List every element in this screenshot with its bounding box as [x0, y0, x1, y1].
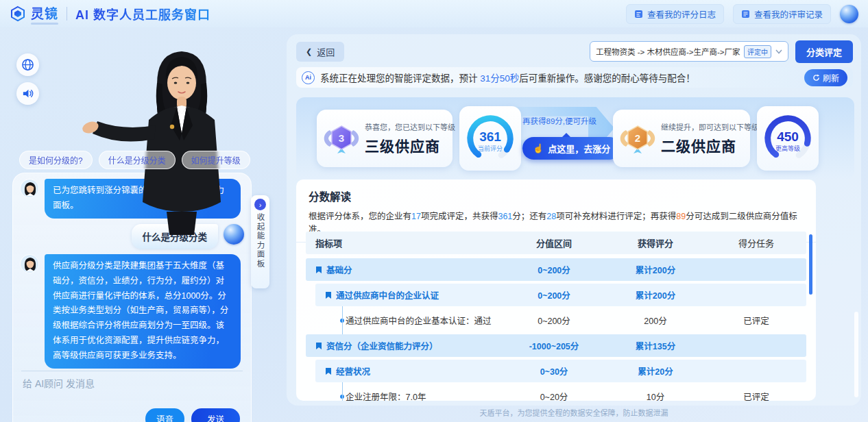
status-badge: 评定中 — [744, 45, 771, 58]
table-scrollbar[interactable] — [809, 234, 812, 295]
medal-level3-icon: 3 — [321, 118, 362, 159]
logo-text: 灵镜 — [31, 3, 58, 22]
review-record-label: 查看我的评审记录 — [754, 8, 823, 21]
back-label: 返回 — [317, 45, 335, 58]
logo-tagline — [31, 23, 58, 25]
review-record-button[interactable]: 查看我的评审记录 — [733, 4, 831, 24]
back-button[interactable]: ❮ 返回 — [296, 42, 344, 62]
chevron-right-icon: › — [254, 199, 266, 210]
collapse-panel-tab[interactable]: › 收起能力面板 — [251, 195, 269, 288]
bookmark-icon — [315, 342, 322, 350]
sound-button[interactable] — [16, 82, 39, 105]
rating-workspace: ❮ 返回 工程物资类 -> 木材供应商->生产商->厂家（含品牌… 评定中 分类… — [287, 34, 861, 406]
table-row[interactable]: 经营状况 0~30分 累计20分 — [315, 360, 806, 382]
pointer-hand-icon: ☝ — [533, 143, 544, 153]
assistant-face-icon — [21, 179, 39, 198]
refresh-button[interactable]: 刷新 — [804, 69, 847, 86]
voice-button[interactable]: 语音 — [145, 408, 184, 422]
table-row[interactable]: 通过供应商中台的企业认证 0~200分 累计200分 — [315, 284, 806, 306]
svg-text:3: 3 — [339, 132, 344, 144]
table-row: 通过供应商中台的企业基本认证：通过 0~200分 200分 已评定 — [306, 309, 806, 332]
classify-rating-button[interactable]: 分类评定 — [795, 40, 853, 63]
message-ai-2: 供应商分级分类是陕建集团基于五大维度（基础分，资信分，业绩分，行为分，履约分）对… — [20, 254, 244, 369]
assistant-section: 是如何分级的? 什么是分级分类 如何提升等级 已为您跳转到涨分锦囊的界面，请看右… — [0, 27, 281, 422]
review-record-icon — [741, 10, 750, 18]
table-row[interactable]: 基础分 0~200分 累计200分 — [306, 258, 806, 281]
ai-badge-icon: Ai — [302, 71, 315, 84]
chevron-down-icon — [775, 49, 782, 54]
collapse-panel-label: 收起能力面板 — [255, 213, 266, 269]
table-header: 指标项 分值区间 获得评分 得分任务 — [306, 232, 806, 254]
next-score-label: 更高等级 — [761, 144, 815, 153]
send-button[interactable]: 发送 — [191, 408, 240, 422]
current-score-value: 361 — [463, 129, 517, 145]
chip-what-is-grading[interactable]: 什么是分级分类 — [99, 151, 176, 169]
next-score-value: 450 — [761, 129, 815, 145]
upgrade-hint: 再获得89分,便可升级 — [522, 115, 596, 126]
logo-icon — [10, 5, 26, 22]
refresh-icon — [812, 74, 820, 82]
score-log-icon — [634, 10, 643, 18]
refresh-label: 刷新 — [823, 72, 839, 84]
ai-message-bubble-long: 供应商分级分类是陕建集团基于五大维度（基础分，资信分，业绩分，行为分，履约分）对… — [45, 254, 241, 369]
globe-icon — [21, 58, 34, 71]
processing-notice: Ai 系统正在处理您的智能评定数据，预计 31分50秒后可重新操作。感谢您的耐心… — [296, 67, 853, 88]
current-level-name: 三级供应商 — [365, 135, 455, 156]
medal-level2-icon: 2 — [617, 118, 658, 159]
table-row[interactable]: 资信分（企业资信能力评分） -1000~205分 累计135分 — [306, 334, 806, 357]
notice-text: 系统正在处理您的智能评定数据，预计 31分50秒后可重新操作。感谢您的耐心等待与… — [320, 71, 695, 84]
bookmark-icon — [325, 291, 332, 299]
category-path: 工程物资类 -> 木材供应商->生产商->厂家（含品牌… — [596, 46, 741, 57]
table-row: 企业注册年限：7.0年 0~20分 10分 已评定 — [306, 385, 806, 401]
toolbar: ❮ 返回 工程物资类 -> 木材供应商->生产商->厂家（含品牌… 评定中 分类… — [296, 41, 853, 62]
panel-scrollbar[interactable] — [854, 312, 858, 397]
score-table: 指标项 分值区间 获得评分 得分任务 基础分 0~200分 累计200分 通过供… — [296, 232, 816, 401]
chip-how-to-upgrade[interactable]: 如何提升等级 — [182, 151, 250, 169]
bookmark-icon — [315, 266, 322, 274]
level-cards-band: 3 恭喜您，您已达到以下等级 三级供应商 361 当前评分 再获得89分,便可升… — [296, 97, 854, 179]
current-level-caption: 恭喜您，您已达到以下等级 — [365, 121, 455, 132]
boost-score-button[interactable]: ☝ 点这里，去涨分 — [522, 137, 620, 160]
header-divider — [67, 7, 67, 21]
back-chevron-icon: ❮ — [306, 47, 312, 56]
current-level-card: 3 恭喜您，您已达到以下等级 三级供应商 — [317, 110, 453, 167]
quick-question-chips: 是如何分级的? 什么是分级分类 如何提升等级 — [19, 151, 250, 169]
assistant-avatar — [20, 179, 39, 198]
current-score-gauge: 361 当前评分 — [459, 106, 521, 171]
category-select[interactable]: 工程物资类 -> 木材供应商->生产商->厂家（含品牌… 评定中 — [590, 41, 788, 62]
speaker-icon — [21, 87, 34, 100]
score-log-button[interactable]: 查看我的评分日志 — [626, 4, 724, 24]
interpretation-title: 分数解读 — [296, 188, 816, 203]
next-level-caption: 继续提升，即可达到以下等级 — [661, 121, 759, 132]
svg-text:2: 2 — [635, 132, 640, 144]
countdown: 31分50秒 — [480, 73, 519, 84]
chip-how-graded[interactable]: 是如何分级的? — [19, 151, 93, 169]
logo: 灵镜 — [10, 3, 58, 25]
security-note: 天盾平台，为您提供全程的数据安全保障，防止数据泄漏 — [287, 407, 861, 418]
score-interpretation-panel: 分数解读 根据评分体系，您的企业有17项完成评定，共获得361分；还有28项可补… — [296, 179, 816, 401]
app-header: 灵镜 AI 数字人员工服务窗口 查看我的评分日志 查看我的评审记录 — [0, 0, 868, 27]
assistant-avatar — [20, 254, 39, 273]
next-level-card: 2 继续提升，即可达到以下等级 二级供应商 — [613, 110, 750, 167]
page-title: AI 数字人员工服务窗口 — [75, 5, 210, 23]
next-score-gauge: 450 更高等级 — [757, 106, 819, 171]
bookmark-icon — [325, 367, 332, 375]
next-level-name: 二级供应商 — [661, 135, 759, 156]
digital-human-avatar — [72, 43, 250, 235]
profile-sphere-avatar[interactable] — [840, 5, 858, 23]
score-log-label: 查看我的评分日志 — [647, 8, 716, 21]
boost-label: 点这里，去涨分 — [548, 142, 610, 155]
language-globe-button[interactable] — [16, 53, 39, 76]
assistant-face-icon — [21, 255, 39, 273]
chat-input[interactable] — [23, 376, 241, 412]
input-divider — [21, 371, 243, 371]
current-score-label: 当前评分 — [463, 144, 517, 153]
